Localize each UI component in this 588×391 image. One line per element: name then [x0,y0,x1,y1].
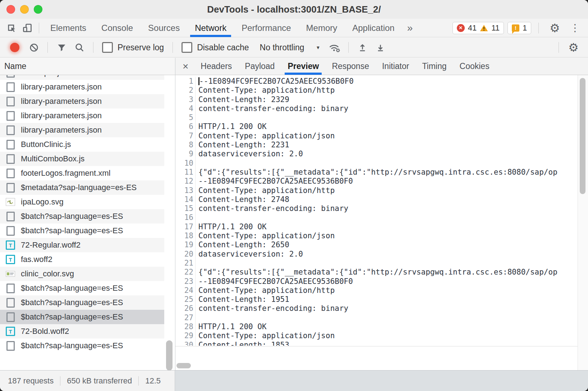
disable-cache-checkbox[interactable] [182,42,192,53]
device-toolbar-button[interactable] [19,20,35,36]
panel-tab[interactable]: Application [345,19,402,37]
line-text: dataserviceversion: 2.0 [196,250,578,259]
issues-badge[interactable]: ! 1 [507,22,531,34]
preview-vertical-scrollbar[interactable] [578,75,588,370]
detail-tab[interactable]: Response [325,58,376,75]
list-item[interactable]: T [0,195,164,209]
name-column-header[interactable]: Name [0,58,175,75]
panel-tab[interactable]: Sources [141,19,187,37]
panel-tab[interactable]: Elements [43,19,94,37]
line-text [196,259,578,268]
list-item[interactable]: T [0,310,164,324]
line-text [196,313,578,322]
code-line: 2 Content-Type: application/http [175,86,578,95]
throttling-select[interactable]: No throttling ▼ [254,43,325,52]
file-type-icon: T [5,326,16,337]
list-item[interactable]: T [0,238,164,252]
console-status-badge[interactable]: ✕ 41 11 [453,22,504,34]
list-item[interactable]: T [0,267,164,281]
search-button[interactable] [72,40,87,55]
detail-tab[interactable]: Headers [194,58,238,75]
throttling-value: No throttling [260,43,304,52]
list-item[interactable]: T [0,209,164,224]
panel-tab[interactable]: Network [187,19,234,37]
detail-tab[interactable]: Initiator [376,58,415,75]
detail-tab[interactable]: Timing [415,58,453,75]
file-type-icon: T [5,139,16,150]
network-conditions-button[interactable] [327,40,343,55]
titlebar: DevTools - localhost:3001/ZN_BASE_2/ [0,0,588,19]
vertical-scrollbar-thumb[interactable] [580,78,585,194]
list-item[interactable]: T [0,137,164,152]
preserve-log-label: Preserve log [118,43,164,52]
code-line: 23 --1E0894FC9FEC2B07CA25AEEC9536B0F0 [175,277,578,286]
network-toolbar: Preserve log Disable cache No throttling… [0,38,588,58]
preserve-log-checkbox[interactable] [102,42,113,53]
more-tabs-button[interactable]: » [402,22,418,34]
network-summary: 187 requests 650 kB transferred 12.5 [0,370,175,391]
line-number: 30 [175,341,196,346]
line-number: 3 [175,95,196,104]
inspect-element-button[interactable] [4,20,19,36]
list-item[interactable]: T [0,180,164,195]
request-name: 72-Bold.woff2 [21,327,69,336]
panel-tab[interactable]: Performance [234,19,298,37]
settings-button[interactable]: ⚙ [546,22,564,34]
line-number: 27 [175,313,196,322]
list-item[interactable]: T [0,166,164,180]
list-item[interactable]: T [0,295,164,310]
code-line: 26 content-transfer-encoding: binary [175,304,578,313]
line-text: Content-Length: 2650 [196,240,578,249]
left-scrollbar-thumb[interactable] [166,340,173,370]
device-toolbar-icon [22,23,32,33]
list-item[interactable]: T [0,224,164,238]
list-item[interactable]: T [0,123,164,137]
more-options-button[interactable]: ⋮ [567,22,583,34]
line-text: --1E0894FC9FEC2B07CA25AEEC9536B0F0 [196,177,578,186]
line-text: content-transfer-encoding: binary [196,304,578,313]
line-number: 25 [175,295,196,304]
clear-button[interactable] [26,40,42,55]
minimize-window-button[interactable] [20,5,29,14]
network-settings-button[interactable]: ⚙ [565,42,582,53]
horizontal-scrollbar-thumb[interactable] [176,363,191,368]
list-item[interactable]: T [0,75,164,80]
list-item[interactable]: T [0,339,164,353]
status-bar: 187 requests 650 kB transferred 12.5 [0,370,588,391]
code-line: 5 [175,113,578,122]
list-item[interactable]: T [0,94,164,109]
code-line: 17 HTTP/1.1 200 OK [175,222,578,231]
error-icon: ✕ [457,24,465,32]
list-item[interactable]: T [0,152,164,166]
code-line: 28 HTTP/1.1 200 OK [175,322,578,331]
detail-tab[interactable]: Cookies [453,58,496,75]
list-item[interactable]: T [0,252,164,267]
devtools-window: DevTools - localhost:3001/ZN_BASE_2/ Ele… [0,0,588,391]
list-item[interactable]: T [0,80,164,94]
file-type-icon: T [5,82,16,92]
zoom-window-button[interactable] [34,5,42,14]
divider [39,23,39,33]
list-item[interactable]: T [0,324,164,339]
detail-tab[interactable]: Preview [281,58,325,75]
request-name: $batch?sap-language=es-ES [21,212,123,221]
code-line: 1 --1E0894FC9FEC2B07CA25AEEC9536B0F0 [175,77,578,86]
list-item[interactable]: T [0,109,164,123]
export-har-button[interactable] [372,40,388,55]
clear-icon [29,43,39,52]
detail-tabbar: × HeadersPayloadPreviewResponseInitiator… [175,58,588,75]
detail-tab[interactable]: Payload [238,58,281,75]
line-number: 21 [175,259,196,268]
list-item[interactable]: T [0,281,164,295]
close-window-button[interactable] [6,5,15,14]
record-button[interactable] [10,43,19,52]
request-name: MultiInput.js [21,75,63,77]
import-har-button[interactable] [354,40,370,55]
close-detail-button[interactable]: × [177,61,194,72]
code-line: 30 Content-Length: 1853 [175,341,578,346]
panel-tab[interactable]: Memory [299,19,345,37]
line-text: Content-Type: application/http [196,186,578,195]
image-thumbnail-icon [6,198,15,206]
panel-tab[interactable]: Console [94,19,141,37]
filter-button[interactable] [54,40,69,55]
